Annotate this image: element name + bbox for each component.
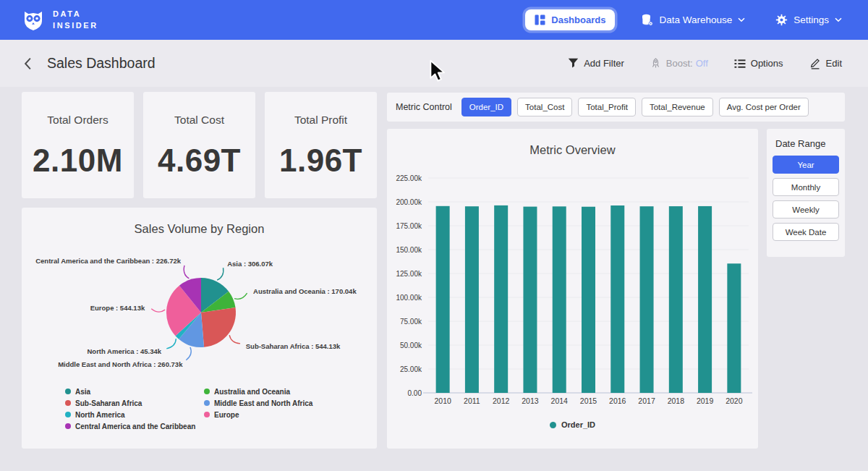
- date-range-monthly[interactable]: Monthly: [773, 178, 839, 196]
- kpi-value: 1.96T: [279, 143, 362, 179]
- legend-label: Asia: [75, 388, 90, 396]
- pie-legend-item-central-america-and-the-caribbean: Central America and the Caribbean: [65, 420, 195, 432]
- legend-label: Middle East and North Africa: [214, 399, 312, 407]
- pie-legend-column-2: Australia and OceaniaMiddle East and Nor…: [204, 386, 312, 420]
- gear-icon: [775, 14, 788, 26]
- bar-2013[interactable]: [523, 207, 537, 393]
- bar-2019[interactable]: [698, 206, 712, 393]
- date-range-panel: Date Range YearMonthlyWeeklyWeek Date: [767, 129, 845, 257]
- metric-chip-avg-cost-per-order[interactable]: Avg. Cost per Order: [719, 98, 809, 116]
- x-tick-2018: 2018: [668, 396, 685, 405]
- pie-label-australia-and-oceania: Australia and Oceania : 170.04k: [253, 287, 357, 295]
- x-tick-2010: 2010: [434, 396, 451, 405]
- metric-overview-card: Metric Overview 0.0025.00k50.00k75.00k10…: [387, 129, 758, 449]
- chevron-down-icon: [738, 17, 745, 22]
- svg-text:125.00k: 125.00k: [396, 270, 422, 278]
- bar-2015[interactable]: [582, 207, 595, 393]
- legend-dot: [204, 400, 210, 406]
- nav-settings-label: Settings: [793, 14, 829, 25]
- kpi-card-total-cost: Total Cost 4.69T: [143, 92, 255, 198]
- brand-line-2: INSIDER: [53, 20, 98, 32]
- edit-button[interactable]: Edit: [805, 56, 846, 70]
- brand-logo[interactable]: DATA INSIDER: [22, 9, 98, 32]
- legend-dot: [550, 422, 556, 428]
- edit-label: Edit: [826, 58, 842, 69]
- metric-chip-order-id[interactable]: Order_ID: [461, 98, 511, 116]
- pie-label-asia: Asia : 306.07k: [227, 260, 273, 268]
- bar-2016[interactable]: [610, 205, 624, 393]
- app-window: DATA INSIDER Dashboards: [0, 0, 868, 471]
- bar-2018[interactable]: [669, 206, 683, 393]
- bar-chart: 0.0025.00k50.00k75.00k100.00k125.00k150.…: [387, 129, 758, 449]
- x-tick-2013: 2013: [522, 396, 539, 405]
- date-range-week-date[interactable]: Week Date: [773, 223, 839, 241]
- bar-2011[interactable]: [465, 206, 479, 393]
- top-nav-menu: Dashboards Data Warehouse: [525, 9, 846, 30]
- nav-dashboards-button[interactable]: Dashboards: [525, 9, 615, 30]
- kpi-label: Total Profit: [294, 114, 347, 127]
- svg-text:50.00k: 50.00k: [400, 341, 422, 349]
- options-button[interactable]: Options: [730, 57, 788, 69]
- x-tick-2012: 2012: [493, 396, 510, 405]
- pie-label-central-america-and-the-caribbean: Central America and the Caribbean : 226.…: [35, 257, 182, 265]
- x-tick-2014: 2014: [551, 396, 569, 405]
- nav-data-warehouse-label: Data Warehouse: [659, 14, 732, 25]
- nav-data-warehouse[interactable]: Data Warehouse: [637, 13, 749, 27]
- kpi-label: Total Orders: [47, 114, 108, 127]
- add-filter-button[interactable]: Add Filter: [563, 57, 629, 69]
- legend-label: Order_ID: [561, 420, 595, 429]
- boost-label: Boost:: [666, 58, 693, 69]
- x-tick-2019: 2019: [697, 396, 714, 405]
- bar-2014[interactable]: [553, 206, 566, 393]
- metric-chip-total-revenue[interactable]: Total_Revenue: [642, 98, 713, 116]
- kpi-card-total-profit: Total Profit 1.96T: [265, 92, 377, 198]
- legend-dot: [204, 389, 210, 394]
- boost-toggle[interactable]: Boost: Off: [646, 57, 712, 70]
- header-actions: Add Filter Boost: Off: [563, 56, 846, 70]
- metric-control-buttons: Order_IDTotal_CostTotal_ProfitTotal_Reve…: [461, 98, 809, 116]
- bar-2020[interactable]: [727, 263, 741, 393]
- date-range-label: Date Range: [775, 138, 839, 149]
- date-range-year[interactable]: Year: [773, 156, 839, 174]
- kpi-label: Total Cost: [174, 114, 224, 127]
- bar-2010[interactable]: [436, 206, 450, 393]
- legend-label: Australia and Oceania: [214, 388, 290, 396]
- svg-text:225.00k: 225.00k: [396, 174, 422, 182]
- boost-state: Off: [696, 58, 708, 69]
- legend-label: Central America and the Caribbean: [75, 423, 195, 430]
- bar-2012[interactable]: [494, 205, 508, 393]
- pie-legend-item-north-america: North America: [65, 409, 195, 420]
- pie-label-north-america: North America : 45.34k: [87, 347, 161, 355]
- pie-slice-sub-saharan-africa[interactable]: [201, 307, 236, 347]
- bar-2017[interactable]: [640, 206, 654, 393]
- legend-label: Europe: [214, 411, 239, 419]
- database-icon: [641, 14, 653, 26]
- options-label: Options: [751, 58, 783, 69]
- x-tick-2020: 2020: [726, 396, 743, 405]
- chevron-left-icon: [23, 57, 33, 70]
- add-filter-label: Add Filter: [584, 58, 624, 69]
- legend-dot: [65, 389, 71, 394]
- brand-text: DATA INSIDER: [53, 9, 98, 32]
- metric-chip-total-profit[interactable]: Total_Profit: [578, 98, 636, 116]
- list-options-icon: [734, 59, 746, 69]
- brand-line-1: DATA: [53, 9, 98, 20]
- back-button[interactable]: [22, 56, 34, 72]
- nav-dashboards-label: Dashboards: [551, 14, 605, 25]
- svg-text:100.00k: 100.00k: [396, 294, 422, 302]
- date-range-weekly[interactable]: Weekly: [773, 200, 839, 218]
- pencil-edit-icon: [809, 57, 821, 69]
- dashboard-grid-icon: [535, 14, 545, 25]
- metric-chip-total-cost[interactable]: Total_Cost: [517, 98, 572, 116]
- legend-dot: [65, 412, 71, 417]
- pie-legend-item-europe: Europe: [204, 409, 312, 420]
- svg-text:150.00k: 150.00k: [396, 246, 422, 254]
- svg-text:0.00: 0.00: [408, 389, 422, 397]
- pie-label-europe: Europe : 544.13k: [90, 304, 145, 312]
- legend-label: Sub-Saharan Africa: [75, 399, 142, 407]
- date-range-buttons: YearMonthlyWeeklyWeek Date: [773, 156, 839, 241]
- nav-settings[interactable]: Settings: [771, 13, 846, 27]
- filter-funnel-icon: [568, 58, 579, 69]
- kpi-value: 4.69T: [158, 143, 241, 179]
- bar-chart-legend: Order_ID: [387, 420, 758, 429]
